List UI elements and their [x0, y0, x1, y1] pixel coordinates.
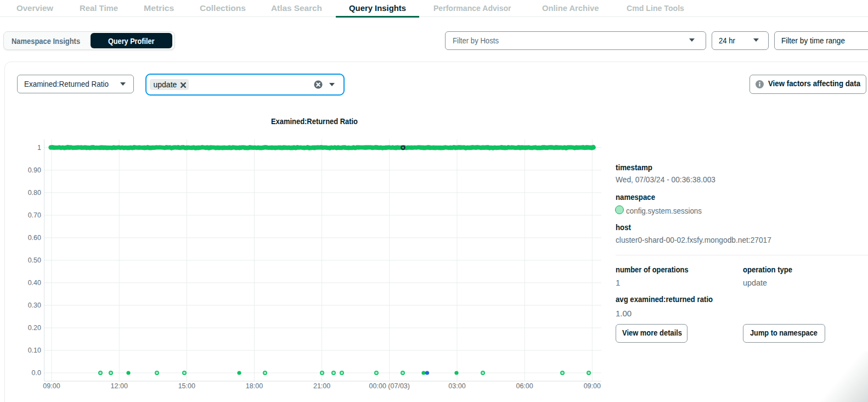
- svg-text:12:00: 12:00: [111, 382, 128, 390]
- svg-text:0.10: 0.10: [28, 347, 41, 354]
- svg-text:0.80: 0.80: [28, 189, 41, 197]
- svg-text:0.20: 0.20: [28, 324, 41, 332]
- svg-text:0.60: 0.60: [28, 234, 41, 242]
- svg-text:0.0: 0.0: [32, 369, 41, 377]
- svg-text:00:00 (07/03): 00:00 (07/03): [369, 382, 410, 390]
- svg-text:18:00: 18:00: [246, 382, 263, 390]
- svg-text:0.50: 0.50: [28, 256, 41, 264]
- svg-text:03:00: 03:00: [448, 382, 465, 390]
- svg-text:0.40: 0.40: [28, 279, 41, 287]
- svg-text:09:00: 09:00: [584, 382, 601, 390]
- svg-text:15:00: 15:00: [178, 382, 195, 390]
- svg-text:09:00: 09:00: [43, 382, 60, 390]
- svg-text:21:00: 21:00: [313, 382, 330, 390]
- svg-text:0.70: 0.70: [28, 211, 41, 219]
- svg-text:0.30: 0.30: [28, 302, 41, 309]
- svg-text:1: 1: [37, 144, 41, 152]
- svg-text:0.90: 0.90: [28, 166, 41, 174]
- svg-text:06:00: 06:00: [516, 382, 533, 390]
